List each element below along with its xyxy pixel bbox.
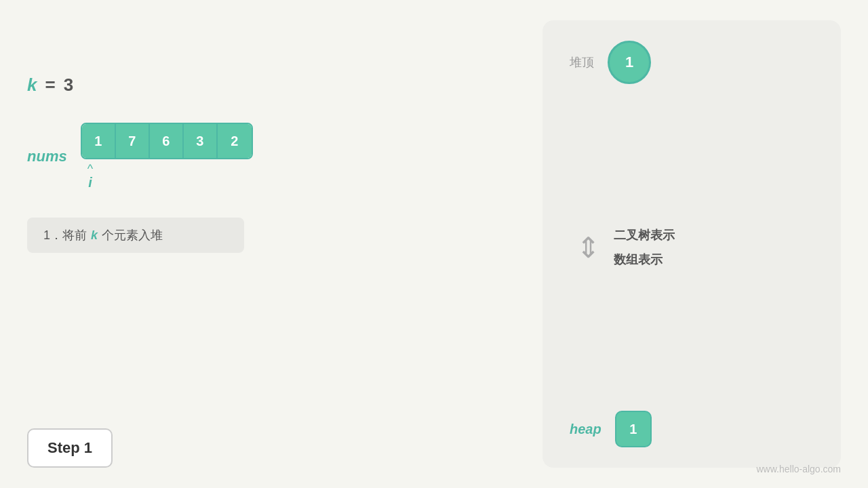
array-cell-1: 7: [116, 124, 150, 158]
heap-top-label: 堆顶: [570, 54, 594, 70]
step-button[interactable]: Step 1: [27, 428, 113, 468]
nums-row: nums 1 7 6 3 2 ^ i: [27, 123, 522, 190]
swap-icon: ⇕: [576, 231, 600, 264]
array-cell-4: 2: [218, 124, 252, 158]
heap-view-labels: 二叉树表示 数组表示: [614, 227, 675, 268]
k-value: 3: [64, 75, 73, 96]
equals-sign: =: [45, 75, 55, 96]
heap-top-node: 1: [608, 41, 651, 84]
step-k-var: k: [91, 228, 98, 243]
tree-view-label: 二叉树表示: [614, 227, 675, 243]
step-description: 1．将前 k 个元素入堆: [27, 218, 244, 253]
index-indicator: ^ i: [87, 163, 93, 190]
pointer-row: ^ i: [81, 159, 253, 190]
array-with-pointer: 1 7 6 3 2 ^ i: [81, 123, 253, 190]
arrow-icon: ^: [87, 163, 93, 175]
array-view-label: 数组表示: [614, 251, 675, 268]
watermark: www.hello-algo.com: [757, 464, 842, 474]
array-cell-0: 1: [82, 124, 116, 158]
index-label: i: [88, 175, 92, 190]
heap-array-section: heap 1: [570, 411, 814, 447]
heap-label: heap: [570, 422, 601, 437]
array-cell-3: 3: [184, 124, 218, 158]
heap-top-section: 堆顶 1: [570, 41, 814, 84]
k-equation: k = 3: [27, 75, 522, 96]
right-panel: 堆顶 1 ⇕ 二叉树表示 数组表示 heap 1: [542, 20, 841, 468]
heap-node-0: 1: [615, 411, 652, 447]
k-variable: k: [27, 75, 37, 96]
step-text-prefix: 1．将前: [43, 227, 87, 243]
nums-label: nums: [27, 148, 67, 165]
left-panel: k = 3 nums 1 7 6 3 2 ^ i: [27, 20, 522, 468]
middle-section: ⇕ 二叉树表示 数组表示: [570, 104, 814, 390]
nums-array: 1 7 6 3 2: [81, 123, 253, 159]
array-cell-2: 6: [150, 124, 184, 158]
step-text-suffix: 个元素入堆: [102, 227, 163, 243]
